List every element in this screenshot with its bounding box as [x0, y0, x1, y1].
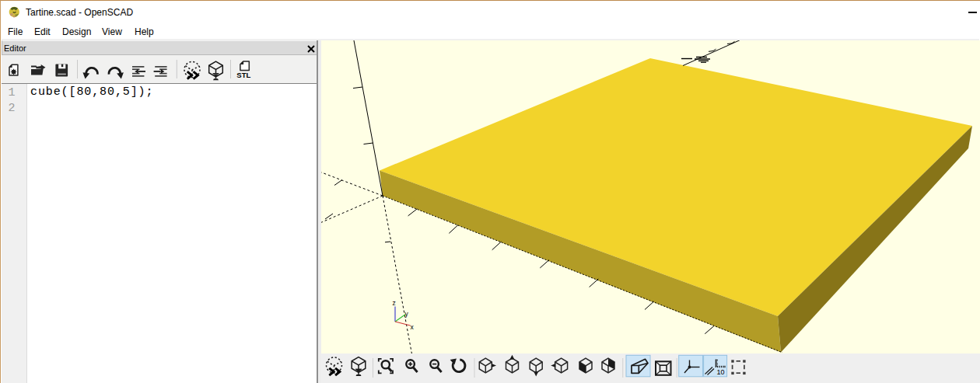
svg-text:z: z: [393, 299, 396, 307]
svg-text:10: 10: [717, 368, 725, 376]
svg-text:x: x: [411, 323, 415, 331]
svg-text:y: y: [405, 310, 409, 318]
svg-text:STL: STL: [236, 71, 250, 79]
